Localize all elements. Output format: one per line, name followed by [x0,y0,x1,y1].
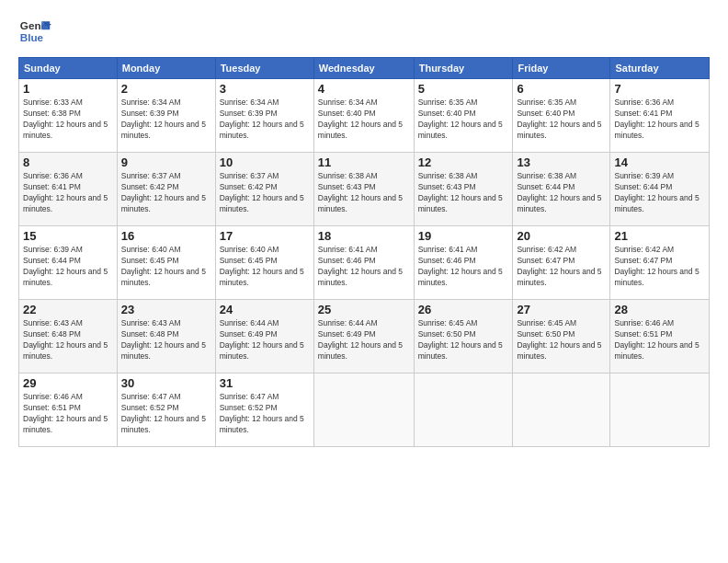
calendar-cell: 25 Sunrise: 6:44 AM Sunset: 6:49 PM Dayl… [313,300,414,373]
day-number: 3 [220,82,310,96]
calendar-cell: 7 Sunrise: 6:36 AM Sunset: 6:41 PM Dayli… [610,79,710,153]
calendar-cell: 27 Sunrise: 6:45 AM Sunset: 6:50 PM Dayl… [513,300,610,373]
day-number: 12 [418,155,509,169]
day-number: 22 [23,303,113,316]
day-info: Sunrise: 6:45 AM Sunset: 6:50 PM Dayligh… [418,318,509,362]
day-info: Sunrise: 6:34 AM Sunset: 6:39 PM Dayligh… [121,98,211,142]
calendar-week-2: 8 Sunrise: 6:36 AM Sunset: 6:41 PM Dayli… [19,153,710,226]
calendar-cell: 14 Sunrise: 6:39 AM Sunset: 6:44 PM Dayl… [610,153,710,226]
day-info: Sunrise: 6:35 AM Sunset: 6:40 PM Dayligh… [517,98,606,142]
calendar-cell: 9 Sunrise: 6:37 AM Sunset: 6:42 PM Dayli… [117,153,215,226]
day-number: 7 [614,82,705,96]
day-info: Sunrise: 6:38 AM Sunset: 6:43 PM Dayligh… [318,171,410,215]
day-info: Sunrise: 6:34 AM Sunset: 6:40 PM Dayligh… [318,98,410,142]
day-number: 9 [121,155,211,169]
day-info: Sunrise: 6:39 AM Sunset: 6:44 PM Dayligh… [614,171,705,215]
day-number: 4 [318,82,410,96]
page: General Blue SundayMondayTuesdayWednesda… [0,0,728,563]
calendar-cell: 8 Sunrise: 6:36 AM Sunset: 6:41 PM Dayli… [19,153,118,226]
day-number: 10 [220,155,310,169]
day-header-sunday: Sunday [19,58,118,79]
day-info: Sunrise: 6:47 AM Sunset: 6:52 PM Dayligh… [220,392,310,436]
day-number: 6 [517,82,606,96]
day-number: 16 [121,229,211,243]
day-info: Sunrise: 6:43 AM Sunset: 6:48 PM Dayligh… [23,318,113,362]
calendar-cell: 18 Sunrise: 6:41 AM Sunset: 6:46 PM Dayl… [313,226,414,300]
day-info: Sunrise: 6:42 AM Sunset: 6:47 PM Dayligh… [614,245,705,289]
calendar-cell: 21 Sunrise: 6:42 AM Sunset: 6:47 PM Dayl… [610,226,710,300]
logo: General Blue [18,15,51,48]
day-number: 8 [23,155,113,169]
calendar-cell: 23 Sunrise: 6:43 AM Sunset: 6:48 PM Dayl… [117,300,215,373]
day-info: Sunrise: 6:46 AM Sunset: 6:51 PM Dayligh… [614,318,705,362]
calendar-cell: 30 Sunrise: 6:47 AM Sunset: 6:52 PM Dayl… [117,373,215,447]
day-number: 28 [614,303,705,316]
calendar-cell [414,373,513,447]
day-number: 19 [418,229,509,243]
day-info: Sunrise: 6:41 AM Sunset: 6:46 PM Dayligh… [318,245,410,289]
day-info: Sunrise: 6:41 AM Sunset: 6:46 PM Dayligh… [418,245,509,289]
day-info: Sunrise: 6:40 AM Sunset: 6:45 PM Dayligh… [220,245,310,289]
calendar-cell: 4 Sunrise: 6:34 AM Sunset: 6:40 PM Dayli… [313,79,414,153]
day-number: 14 [614,155,705,169]
day-number: 24 [220,303,310,316]
day-number: 27 [517,303,606,316]
day-info: Sunrise: 6:35 AM Sunset: 6:40 PM Dayligh… [418,98,509,142]
day-number: 11 [318,155,410,169]
calendar-cell: 11 Sunrise: 6:38 AM Sunset: 6:43 PM Dayl… [313,153,414,226]
day-info: Sunrise: 6:36 AM Sunset: 6:41 PM Dayligh… [614,98,705,142]
day-info: Sunrise: 6:39 AM Sunset: 6:44 PM Dayligh… [23,245,113,289]
day-number: 23 [121,303,211,316]
day-number: 20 [517,229,606,243]
day-info: Sunrise: 6:38 AM Sunset: 6:44 PM Dayligh… [517,171,606,215]
svg-text:Blue: Blue [20,31,44,43]
calendar-cell: 24 Sunrise: 6:44 AM Sunset: 6:49 PM Dayl… [215,300,313,373]
day-number: 17 [220,229,310,243]
day-info: Sunrise: 6:44 AM Sunset: 6:49 PM Dayligh… [220,318,310,362]
calendar-cell: 20 Sunrise: 6:42 AM Sunset: 6:47 PM Dayl… [513,226,610,300]
calendar-cell: 19 Sunrise: 6:41 AM Sunset: 6:46 PM Dayl… [414,226,513,300]
day-info: Sunrise: 6:38 AM Sunset: 6:43 PM Dayligh… [418,171,509,215]
day-number: 1 [23,82,113,96]
day-info: Sunrise: 6:46 AM Sunset: 6:51 PM Dayligh… [23,392,113,436]
calendar-cell: 22 Sunrise: 6:43 AM Sunset: 6:48 PM Dayl… [19,300,118,373]
day-info: Sunrise: 6:45 AM Sunset: 6:50 PM Dayligh… [517,318,606,362]
calendar-cell [513,373,610,447]
calendar-cell: 6 Sunrise: 6:35 AM Sunset: 6:40 PM Dayli… [513,79,610,153]
day-number: 26 [418,303,509,316]
day-number: 29 [23,376,113,390]
day-header-tuesday: Tuesday [215,58,313,79]
calendar-week-4: 22 Sunrise: 6:43 AM Sunset: 6:48 PM Dayl… [19,300,710,373]
calendar-cell: 2 Sunrise: 6:34 AM Sunset: 6:39 PM Dayli… [117,79,215,153]
day-info: Sunrise: 6:34 AM Sunset: 6:39 PM Dayligh… [220,98,310,142]
day-number: 31 [220,376,310,390]
day-info: Sunrise: 6:43 AM Sunset: 6:48 PM Dayligh… [121,318,211,362]
day-info: Sunrise: 6:37 AM Sunset: 6:42 PM Dayligh… [220,171,310,215]
calendar-cell: 1 Sunrise: 6:33 AM Sunset: 6:38 PM Dayli… [19,79,118,153]
calendar-table: SundayMondayTuesdayWednesdayThursdayFrid… [18,57,710,447]
day-header-monday: Monday [117,58,215,79]
calendar-cell: 5 Sunrise: 6:35 AM Sunset: 6:40 PM Dayli… [414,79,513,153]
day-header-wednesday: Wednesday [313,58,414,79]
calendar-cell: 13 Sunrise: 6:38 AM Sunset: 6:44 PM Dayl… [513,153,610,226]
calendar-cell [610,373,710,447]
day-info: Sunrise: 6:42 AM Sunset: 6:47 PM Dayligh… [517,245,606,289]
calendar-cell: 28 Sunrise: 6:46 AM Sunset: 6:51 PM Dayl… [610,300,710,373]
calendar-cell: 17 Sunrise: 6:40 AM Sunset: 6:45 PM Dayl… [215,226,313,300]
day-header-thursday: Thursday [414,58,513,79]
calendar-cell: 26 Sunrise: 6:45 AM Sunset: 6:50 PM Dayl… [414,300,513,373]
logo-icon: General Blue [18,15,51,48]
day-number: 2 [121,82,211,96]
day-header-saturday: Saturday [610,58,710,79]
calendar-cell: 29 Sunrise: 6:46 AM Sunset: 6:51 PM Dayl… [19,373,118,447]
day-number: 18 [318,229,410,243]
day-number: 13 [517,155,606,169]
calendar-cell: 15 Sunrise: 6:39 AM Sunset: 6:44 PM Dayl… [19,226,118,300]
calendar-week-1: 1 Sunrise: 6:33 AM Sunset: 6:38 PM Dayli… [19,79,710,153]
day-number: 25 [318,303,410,316]
calendar-cell: 16 Sunrise: 6:40 AM Sunset: 6:45 PM Dayl… [117,226,215,300]
day-number: 21 [614,229,705,243]
day-header-friday: Friday [513,58,610,79]
calendar-cell: 3 Sunrise: 6:34 AM Sunset: 6:39 PM Dayli… [215,79,313,153]
calendar-week-5: 29 Sunrise: 6:46 AM Sunset: 6:51 PM Dayl… [19,373,710,447]
